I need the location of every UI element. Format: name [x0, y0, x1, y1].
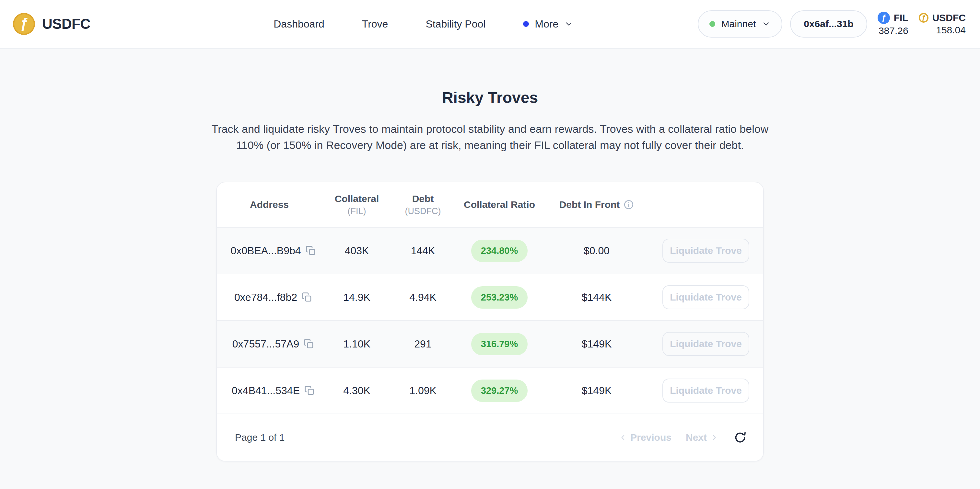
trove-address: 0x7557...57A9 [232, 338, 299, 350]
copy-address-button[interactable] [304, 385, 315, 396]
network-status-dot-icon [710, 21, 715, 27]
collateral-ratio-cell: 234.80% [454, 240, 545, 262]
pagination-controls: Previous Next [619, 431, 746, 444]
debt-value: 144K [392, 245, 454, 257]
usdfc-balance: ƒ USDFC 158.04 [919, 12, 966, 36]
nav-item-dashboard[interactable]: Dashboard [274, 18, 325, 30]
debt-in-front-value: $0.00 [545, 245, 649, 257]
chevron-down-icon [762, 19, 771, 29]
liquidate-trove-button[interactable]: Liquidate Trove [662, 285, 749, 309]
collateral-ratio-cell: 253.23% [454, 286, 545, 309]
column-header-collateral-ratio: Collateral Ratio [454, 199, 545, 210]
page-title: Risky Troves [0, 89, 980, 106]
nav-item-trove-label: Trove [362, 18, 388, 30]
nav-item-more-label: More [535, 18, 558, 30]
nav-item-more[interactable]: More [523, 18, 573, 30]
trove-address: 0xe784...f8b2 [234, 291, 297, 303]
collateral-header-unit: (FIL) [322, 206, 392, 216]
top-nav: ƒ USDFC Dashboard Trove Stability Pool M… [0, 0, 980, 49]
network-name: Mainnet [721, 19, 756, 30]
collateral-ratio-badge: 253.23% [471, 286, 528, 309]
address-cell: 0x4B41...534E [217, 385, 322, 397]
table-footer: Page 1 of 1 Previous Next [217, 414, 763, 461]
column-header-debt-in-front: Debt In Front [545, 199, 649, 210]
collateral-ratio-cell: 316.79% [454, 333, 545, 355]
next-page-button[interactable]: Next [686, 432, 719, 443]
usdfc-balance-amount: 158.04 [936, 25, 966, 36]
action-cell: Liquidate Trove [649, 239, 763, 263]
debt-in-front-value: $149K [545, 385, 649, 397]
previous-page-button[interactable]: Previous [619, 432, 671, 443]
debt-header-label: Debt [412, 193, 434, 204]
previous-label: Previous [630, 432, 671, 443]
collateral-ratio-badge: 234.80% [471, 240, 528, 262]
collateral-ratio-badge: 316.79% [471, 333, 528, 355]
network-selector[interactable]: Mainnet [698, 10, 782, 38]
debt-value: 1.09K [392, 385, 454, 397]
nav-item-stability-pool[interactable]: Stability Pool [425, 18, 485, 30]
liquidate-trove-button[interactable]: Liquidate Trove [662, 379, 749, 403]
nav-links: Dashboard Trove Stability Pool More [149, 18, 698, 30]
next-label: Next [686, 432, 707, 443]
copy-address-button[interactable] [304, 339, 314, 349]
fil-balance-amount: 387.26 [878, 25, 908, 36]
liquidate-trove-button[interactable]: Liquidate Trove [662, 239, 749, 263]
trove-address: 0x4B41...534E [232, 385, 300, 397]
fil-balance: ƒ FIL 387.26 [878, 12, 908, 36]
address-cell: 0x0BEA...B9b4 [217, 245, 322, 257]
nav-item-trove[interactable]: Trove [362, 18, 388, 30]
debt-in-front-header-label: Debt In Front [559, 199, 620, 210]
fil-token-icon: ƒ [878, 12, 890, 24]
collateral-value: 403K [322, 245, 392, 257]
table-row: 0xe784...f8b2 14.9K 4.94K 253.23% $144K … [217, 274, 763, 321]
brand[interactable]: ƒ USDFC [13, 13, 149, 35]
debt-value: 4.94K [392, 291, 454, 303]
debt-value: 291 [392, 338, 454, 350]
nav-right: Mainnet 0x6af...31b ƒ FIL 387.26 ƒ USDFC… [698, 10, 966, 38]
address-cell: 0x7557...57A9 [217, 338, 322, 350]
copy-address-button[interactable] [305, 246, 316, 256]
action-cell: Liquidate Trove [649, 285, 763, 309]
collateral-value: 1.10K [322, 338, 392, 350]
page-description: Track and liquidate risky Troves to main… [207, 121, 773, 153]
copy-icon [305, 246, 316, 256]
table-row: 0x4B41...534E 4.30K 1.09K 329.27% $149K … [217, 368, 763, 414]
trove-address: 0x0BEA...B9b4 [231, 245, 301, 257]
table-body: 0x0BEA...B9b4 403K 144K 234.80% $0.00 Li… [217, 228, 763, 414]
column-header-collateral: Collateral (FIL) [322, 193, 392, 216]
collateral-value: 4.30K [322, 385, 392, 397]
refresh-button[interactable] [734, 431, 746, 444]
address-cell: 0xe784...f8b2 [217, 291, 322, 303]
notification-dot-icon [523, 21, 529, 27]
table-row: 0x7557...57A9 1.10K 291 316.79% $149K Li… [217, 321, 763, 368]
action-cell: Liquidate Trove [649, 332, 763, 356]
usdfc-coin-logo-icon: ƒ [13, 13, 35, 35]
brand-name: USDFC [42, 16, 91, 32]
nav-item-stability-pool-label: Stability Pool [425, 18, 485, 30]
copy-icon [304, 339, 314, 349]
page-status: Page 1 of 1 [235, 432, 285, 443]
debt-in-front-value: $144K [545, 291, 649, 303]
wallet-address-button[interactable]: 0x6af...31b [790, 10, 867, 38]
main-content: Risky Troves Track and liquidate risky T… [0, 49, 980, 462]
copy-icon [304, 385, 315, 396]
collateral-value: 14.9K [322, 291, 392, 303]
copy-icon [302, 292, 312, 302]
chevron-left-icon [619, 433, 627, 442]
nav-item-dashboard-label: Dashboard [274, 18, 325, 30]
collateral-ratio-badge: 329.27% [471, 379, 528, 402]
column-header-debt: Debt (USDFC) [392, 193, 454, 216]
info-icon[interactable] [624, 200, 634, 210]
copy-address-button[interactable] [302, 292, 312, 302]
usdfc-token-label: USDFC [932, 12, 966, 23]
fil-token-label: FIL [894, 12, 908, 23]
table-row: 0x0BEA...B9b4 403K 144K 234.80% $0.00 Li… [217, 228, 763, 274]
collateral-header-label: Collateral [335, 193, 379, 204]
collateral-ratio-cell: 329.27% [454, 379, 545, 402]
liquidate-trove-button[interactable]: Liquidate Trove [662, 332, 749, 356]
wallet-address: 0x6af...31b [804, 19, 853, 30]
action-cell: Liquidate Trove [649, 379, 763, 403]
debt-in-front-value: $149K [545, 338, 649, 350]
risky-troves-table: Address Collateral (FIL) Debt (USDFC) Co… [216, 182, 764, 462]
debt-header-unit: (USDFC) [392, 206, 454, 216]
